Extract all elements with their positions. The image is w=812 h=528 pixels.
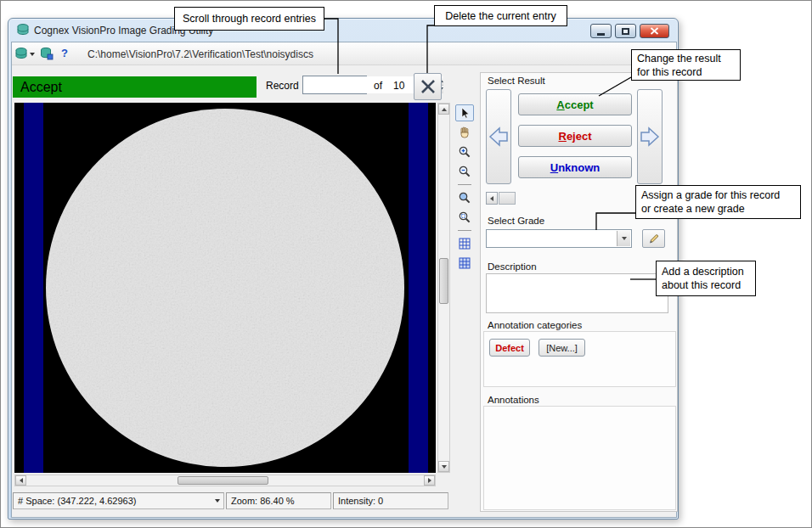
toolbar-separator <box>458 184 471 185</box>
vertical-scrollbar[interactable] <box>437 103 450 473</box>
vertical-scroll-thumb[interactable] <box>439 258 448 304</box>
arrow-up-icon <box>442 108 447 111</box>
delete-record-button[interactable] <box>414 73 442 100</box>
window-controls <box>590 24 669 38</box>
zoom-window-icon <box>458 211 471 224</box>
scroll-left-button[interactable] <box>15 475 26 486</box>
pan-tool-button[interactable] <box>455 124 474 141</box>
scroll-down-button[interactable] <box>438 461 449 472</box>
image-right-band <box>409 103 428 473</box>
display-toolbar <box>454 104 475 272</box>
zoom-fit-icon <box>458 191 471 205</box>
callout-add-description: Add a description about this record <box>656 261 756 296</box>
grade-combobox[interactable] <box>486 229 632 248</box>
description-label: Description <box>488 261 537 272</box>
zoom-status: Zoom: 86.40 % <box>226 492 331 509</box>
previous-record-button[interactable] <box>486 89 511 184</box>
defect-category-button[interactable]: Defect <box>489 339 530 357</box>
dropdown-arrow-icon <box>622 237 627 240</box>
select-result-label: Select Result <box>488 76 545 86</box>
scroll-up-button[interactable] <box>438 104 449 115</box>
client-area: ? C:\home\VisionPro\7.2\Verification\Tes… <box>11 42 677 518</box>
zoom-in-tool-button[interactable] <box>455 143 474 160</box>
record-total: 10 <box>393 80 404 92</box>
pixel-grid-icon <box>458 256 471 270</box>
image-left-band <box>24 103 43 473</box>
record-label: Record <box>266 80 299 92</box>
space-dropdown-icon <box>215 499 220 503</box>
zoom-in-icon <box>458 145 471 159</box>
image-database-path: C:\home\VisionPro\7.2\Verification\Test\… <box>87 48 313 60</box>
edit-grade-button[interactable] <box>642 229 665 248</box>
callout-scroll-records: Scroll through record entries <box>174 7 324 31</box>
new-category-button[interactable]: [New...] <box>539 339 585 357</box>
next-record-button[interactable] <box>637 89 663 184</box>
annotations-label: Annotations <box>488 395 539 405</box>
of-label: of <box>374 80 382 92</box>
arrow-left-icon <box>20 478 23 483</box>
close-icon <box>650 27 659 35</box>
image-viewport[interactable] <box>14 103 436 473</box>
zoom-window-tool-button[interactable] <box>455 209 474 226</box>
pointer-tool-button[interactable] <box>455 104 474 121</box>
horizontal-scroll-thumb[interactable] <box>178 476 268 485</box>
delete-x-icon <box>419 77 437 96</box>
toolbar-separator <box>458 230 471 231</box>
annotations-list[interactable] <box>483 406 676 510</box>
space-selector[interactable]: # Space: (347.222, 4.62963) <box>13 492 224 509</box>
scroll-right-button[interactable] <box>424 475 435 486</box>
maximize-button[interactable] <box>615 24 636 38</box>
main-toolbar: ? C:\home\VisionPro\7.2\Verification\Tes… <box>12 42 676 65</box>
horizontal-scrollbar[interactable] <box>14 475 436 486</box>
space-value: # Space: (347.222, 4.62963) <box>18 496 136 506</box>
pointer-icon <box>458 106 471 120</box>
next-arrow-icon <box>640 125 660 149</box>
prev-arrow-icon <box>488 125 509 149</box>
hand-icon <box>458 126 471 139</box>
grid-tool-button[interactable] <box>455 235 474 252</box>
database-export-icon[interactable] <box>14 47 28 60</box>
panel-scroll-left-button[interactable] <box>486 192 498 205</box>
pixel-grid-tool-button[interactable] <box>455 255 474 272</box>
figure-root: Cognex VisionPro Image Grading Utility <box>0 0 812 528</box>
arrow-right-icon <box>428 478 431 483</box>
pencil-icon <box>647 233 660 245</box>
maximize-icon <box>622 28 629 35</box>
grading-panel: Select Result Accept Reject Unknown Sele… <box>480 72 678 512</box>
callout-delete-entry: Delete the current entry <box>434 5 567 26</box>
grid-icon <box>458 237 471 250</box>
help-icon[interactable]: ? <box>61 47 68 59</box>
description-textarea[interactable] <box>486 273 668 313</box>
toolbar-dropdown-caret-icon[interactable] <box>30 53 35 56</box>
database-save-icon[interactable] <box>40 47 54 60</box>
unknown-button[interactable]: Unknown <box>518 156 632 178</box>
disc-image <box>44 107 406 469</box>
arrow-down-icon <box>442 465 447 469</box>
zoom-out-tool-button[interactable] <box>455 163 474 180</box>
minimize-icon <box>597 33 605 36</box>
intensity-status: Intensity: 0 <box>333 492 448 509</box>
accept-button[interactable]: Accept <box>518 93 632 115</box>
panel-scroll-thumb[interactable] <box>499 192 516 205</box>
record-spinner <box>302 76 367 94</box>
select-grade-label: Select Grade <box>488 216 544 226</box>
app-window: Cognex VisionPro Image Grading Utility <box>8 18 679 520</box>
close-button[interactable] <box>640 24 669 38</box>
title-bar[interactable]: Cognex VisionPro Image Grading Utility <box>8 19 678 42</box>
app-icon <box>16 23 30 37</box>
result-banner: Accept <box>13 76 257 98</box>
callout-assign-grade: Assign a grade for this record or create… <box>635 185 801 219</box>
grade-dropdown-button[interactable] <box>617 231 630 246</box>
minimize-button[interactable] <box>590 24 612 38</box>
zoom-out-icon <box>458 165 471 178</box>
callout-change-result: Change the result for this record <box>631 49 741 81</box>
annotation-categories-label: Annotation categories <box>488 320 582 330</box>
zoom-fit-tool-button[interactable] <box>455 189 474 206</box>
reject-button[interactable]: Reject <box>518 125 632 147</box>
arrow-left-icon <box>490 196 493 201</box>
